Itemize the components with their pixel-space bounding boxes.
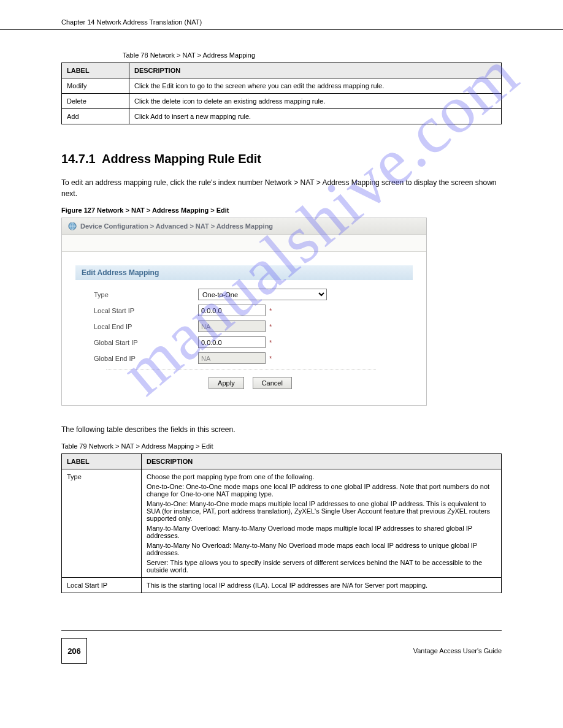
- type-select[interactable]: One-to-One: [198, 289, 327, 300]
- cell-desc: Click the delete icon to delete an exist…: [129, 94, 502, 109]
- cell-desc: Click the Edit icon to go to the screen …: [129, 78, 502, 94]
- breadcrumb-text: Device Configuration > Advanced > NAT > …: [80, 222, 273, 230]
- desc-line: Many-to-Many No Overload: Many-to-Many N…: [147, 542, 496, 556]
- section-number: 14.7.1: [61, 152, 96, 165]
- table-bottom-col1: LABEL: [62, 454, 142, 469]
- type-label: Type: [94, 291, 198, 298]
- section-intro: To edit an address mapping rule, click t…: [61, 177, 502, 199]
- desc-line: Many-to-Many Overload: Many-to-Many Over…: [147, 525, 496, 539]
- row-local-end: Local End IP *: [94, 320, 407, 332]
- section-heading: 14.7.1 Address Mapping Rule Edit: [61, 152, 502, 166]
- table-top-col2: DESCRIPTION: [129, 63, 502, 78]
- local-end-input[interactable]: [198, 320, 266, 332]
- cell-desc: Choose the port mapping type from one of…: [142, 469, 502, 578]
- required-asterisk: *: [269, 323, 272, 330]
- table-bottom-caption: Table 79 Network > NAT > Address Mapping…: [61, 442, 502, 450]
- required-asterisk: *: [269, 355, 272, 362]
- row-local-start: Local Start IP *: [94, 305, 407, 316]
- desc-line: One-to-One: One-to-One mode maps one loc…: [147, 483, 496, 498]
- table-row: Add Click Add to insert a new mapping ru…: [62, 109, 502, 124]
- chapter-title: Chapter 14 Network Address Translation (…: [61, 18, 202, 26]
- content-area: Table 78 Network > NAT > Address Mapping…: [0, 51, 563, 593]
- breadcrumb: Device Configuration > Advanced > NAT > …: [62, 218, 426, 235]
- table-top-col1: LABEL: [62, 63, 129, 78]
- table-top: LABEL DESCRIPTION Modify Click the Edit …: [61, 63, 502, 124]
- global-end-input[interactable]: [198, 352, 266, 364]
- cell-desc: Click Add to insert a new mapping rule.: [129, 109, 502, 124]
- global-start-label: Global Start IP: [94, 339, 198, 346]
- globe-icon: [68, 222, 77, 230]
- cell-label: Delete: [62, 94, 129, 109]
- local-end-label: Local End IP: [94, 323, 198, 330]
- page-number: 206: [61, 638, 87, 664]
- required-asterisk: *: [269, 339, 272, 346]
- table-row: Modify Click the Edit icon to go to the …: [62, 78, 502, 94]
- page-header: Chapter 14 Network Address Translation (…: [0, 0, 563, 30]
- global-start-input[interactable]: [198, 336, 266, 348]
- screenshot-body: Edit Address Mapping Type One-to-One Loc…: [62, 252, 426, 405]
- table-row: Local Start IP This is the starting loca…: [62, 578, 502, 593]
- screenshot-frame: Device Configuration > Advanced > NAT > …: [61, 218, 427, 406]
- cell-label: Modify: [62, 78, 129, 94]
- form-divider: [106, 369, 376, 370]
- cell-label: Type: [62, 469, 142, 578]
- cancel-button[interactable]: Cancel: [253, 377, 292, 389]
- table-row: Delete Click the delete icon to delete a…: [62, 94, 502, 109]
- required-asterisk: *: [269, 307, 272, 314]
- footer-guide: Vantage Access User's Guide: [413, 647, 502, 654]
- local-start-label: Local Start IP: [94, 307, 198, 314]
- table-bottom-lead: The following table describes the fields…: [61, 424, 502, 435]
- cell-desc: This is the starting local IP address (I…: [142, 578, 502, 593]
- cell-label: Local Start IP: [62, 578, 142, 593]
- cell-label: Add: [62, 109, 129, 124]
- table-bottom: LABEL DESCRIPTION Type Choose the port m…: [61, 453, 502, 593]
- page-footer: 206 Vantage Access User's Guide: [0, 630, 563, 680]
- figure-label: Figure 127 Network > NAT > Address Mappi…: [61, 207, 502, 214]
- table-bottom-col2: DESCRIPTION: [142, 454, 502, 469]
- button-row: Apply Cancel: [94, 376, 407, 396]
- row-type: Type One-to-One: [94, 289, 407, 300]
- desc-line: Server: This type allows you to specify …: [147, 559, 496, 574]
- row-global-end: Global End IP *: [94, 352, 407, 364]
- footer-rule: [61, 630, 502, 631]
- global-end-label: Global End IP: [94, 355, 198, 362]
- local-start-input[interactable]: [198, 305, 266, 316]
- table-row: Type Choose the port mapping type from o…: [62, 469, 502, 578]
- desc-line: Choose the port mapping type from one of…: [147, 473, 496, 480]
- row-global-start: Global Start IP *: [94, 336, 407, 348]
- panel-title: Edit Address Mapping: [75, 265, 413, 280]
- table-top-caption: Table 78 Network > NAT > Address Mapping: [123, 51, 502, 59]
- apply-button[interactable]: Apply: [209, 377, 244, 389]
- screenshot-midstrip: [62, 235, 426, 252]
- section-title: Address Mapping Rule Edit: [102, 152, 261, 165]
- form-area: Type One-to-One Local Start IP * Local E…: [75, 280, 413, 399]
- desc-line: Many-to-One: Many-to-One mode maps multi…: [147, 500, 496, 522]
